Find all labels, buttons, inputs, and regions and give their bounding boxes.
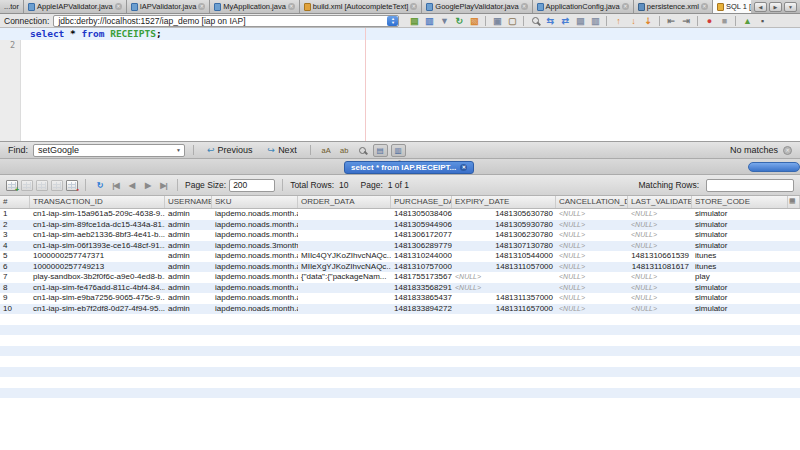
find-input[interactable]: setGoogle ▼	[33, 144, 185, 157]
editor-tab[interactable]: GooglePlayValidator.java✕	[422, 0, 532, 13]
sync-icon[interactable]: ⇄	[558, 15, 572, 27]
match-case-icon[interactable]: aA	[319, 144, 334, 157]
table-cell: <NULL>	[452, 272, 556, 283]
import-data-icon[interactable]: ▥	[588, 15, 602, 27]
empty-table-row[interactable]	[0, 346, 800, 357]
empty-table-row[interactable]	[0, 314, 800, 325]
find-next-button[interactable]: ↪ Next	[263, 145, 302, 155]
editor-tab[interactable]: persistence.xml✕	[634, 0, 713, 13]
close-tab-icon[interactable]: ✕	[198, 3, 205, 10]
table-row[interactable]: 9cn1-iap-sim-e9ba7256-9065-475c-9...admi…	[0, 293, 800, 304]
column-header[interactable]: SKU	[212, 196, 298, 208]
upload-icon[interactable]: ↑	[611, 15, 625, 27]
table-row[interactable]: 8cn1-iap-sim-fe476add-811c-4bf4-84...adm…	[0, 283, 800, 294]
editor-tab[interactable]: ...tor	[0, 0, 24, 13]
empty-table-row[interactable]	[0, 388, 800, 399]
stop-macro-icon[interactable]: ■	[717, 15, 731, 27]
empty-table-row[interactable]	[0, 325, 800, 336]
tab-list-icon[interactable]: ▼	[784, 2, 797, 12]
column-header[interactable]: PURCHASE_DATE	[391, 196, 452, 208]
table-cell	[298, 241, 391, 252]
deploy-icon[interactable]: ⇣	[641, 15, 655, 27]
close-tab-icon[interactable]: ✕	[622, 3, 629, 10]
empty-table-row[interactable]	[0, 356, 800, 367]
column-header[interactable]: USERNAME	[165, 196, 212, 208]
table-row[interactable]: 61000000257749213adminiapdemo.noads.mont…	[0, 262, 800, 273]
page-size-input[interactable]	[229, 179, 275, 192]
chevron-down-icon[interactable]: ▼	[176, 147, 184, 153]
history-icon[interactable]: ↻	[452, 15, 466, 27]
column-picker-icon[interactable]: ▦	[788, 196, 800, 208]
close-tab-icon[interactable]: ✕	[521, 3, 528, 10]
horizontal-scrollbar-thumb[interactable]	[748, 162, 800, 172]
new-file-icon[interactable]: ▤	[407, 15, 421, 27]
matching-rows-input[interactable]	[706, 179, 794, 192]
table-row[interactable]: 3cn1-iap-sim-aeb21336-8bf3-4e41-b...admi…	[0, 230, 800, 241]
empty-table-row[interactable]	[0, 367, 800, 378]
record-macro-icon[interactable]: ●	[702, 15, 716, 27]
shift-left-icon[interactable]: ⇤	[664, 15, 678, 27]
close-tab-icon[interactable]: ✕	[410, 3, 417, 10]
sql-editor[interactable]: 12 select * from RECEIPTS;	[0, 28, 800, 141]
close-result-tab-icon[interactable]: ✕	[460, 164, 467, 171]
first-page-icon[interactable]: |◀	[109, 179, 122, 191]
empty-table-row[interactable]	[0, 335, 800, 346]
column-header[interactable]: LAST_VALIDATED	[628, 196, 692, 208]
dropdown-stepper-icon[interactable]: ▲▼	[387, 16, 398, 26]
find-previous-button[interactable]: ↩ Previous	[202, 145, 258, 155]
column-header[interactable]: EXPIRY_DATE	[452, 196, 556, 208]
table-row[interactable]: 4cn1-iap-sim-06f1393e-ce16-48cf-91...adm…	[0, 241, 800, 252]
code-area[interactable]: select * from RECEIPTS;	[22, 28, 800, 141]
column-header[interactable]: TRANSACTION_ID	[30, 196, 165, 208]
close-tab-icon[interactable]: ✕	[115, 3, 122, 10]
swap-connection-icon[interactable]: ⇆	[543, 15, 557, 27]
clone-window-icon[interactable]: ▣	[490, 15, 504, 27]
close-tab-icon[interactable]: ✕	[701, 3, 708, 10]
last-page-icon[interactable]: ▶|	[157, 179, 170, 191]
search-icon[interactable]	[528, 15, 542, 27]
toolbar-separator	[85, 179, 86, 191]
empty-table-row[interactable]	[0, 398, 800, 409]
editor-tab[interactable]: MyApplication.java✕	[210, 0, 300, 13]
editor-tab[interactable]: IAPValidator.java✕	[127, 0, 211, 13]
refresh-icon[interactable]: ↻	[93, 179, 106, 191]
column-header[interactable]: ORDER_DATA	[298, 196, 391, 208]
download-icon[interactable]: ↓	[626, 15, 640, 27]
run-icon[interactable]: ▲	[740, 15, 754, 27]
filter-icon[interactable]: ▼	[437, 15, 451, 27]
window-dropdown-icon[interactable]: ▢	[505, 15, 519, 27]
insert-record-icon[interactable]: +	[6, 180, 18, 191]
regex-search-icon[interactable]	[355, 144, 370, 157]
attach-icon[interactable]: ▪	[755, 15, 769, 27]
highlight-results-icon[interactable]: ▤	[373, 144, 388, 157]
export-file-icon[interactable]: ▧	[467, 15, 481, 27]
open-file-icon[interactable]: ▥	[422, 15, 436, 27]
column-header[interactable]: STORE_CODE	[692, 196, 788, 208]
close-tab-icon[interactable]: ✕	[288, 3, 295, 10]
result-tab[interactable]: select * from IAP.RECEIPT... ✕	[344, 161, 474, 174]
tab-controls: ◀▶▼	[751, 0, 800, 14]
editor-tab[interactable]: build.xml [AutocompleteText]✕	[300, 0, 422, 13]
wrap-search-icon[interactable]: ▥	[391, 144, 406, 157]
table-row[interactable]: 51000000257747371adminiapdemo.noads.mont…	[0, 251, 800, 262]
scroll-tabs-left-icon[interactable]: ◀	[754, 2, 767, 12]
scroll-tabs-right-icon[interactable]: ▶	[769, 2, 782, 12]
column-header[interactable]: CANCELLATION_DATE	[556, 196, 628, 208]
export-data-icon[interactable]: ▤	[573, 15, 587, 27]
table-row[interactable]: 2cn1-iap-sim-89fce1da-dc15-434a-81...adm…	[0, 220, 800, 231]
close-findbar-icon[interactable]: ✕	[783, 146, 792, 155]
matching-rows-label: Matching Rows:	[639, 180, 699, 190]
table-row[interactable]: 1cn1-iap-sim-15a961a5-209c-4638-9...admi…	[0, 209, 800, 220]
shift-right-icon[interactable]: ⇥	[679, 15, 693, 27]
next-page-icon[interactable]: ▶	[141, 179, 154, 191]
column-header[interactable]: #	[0, 196, 30, 208]
editor-tab[interactable]: AppleIAPValidator.java✕	[24, 0, 127, 13]
table-row[interactable]: 10cn1-iap-sim-eb7f2df8-0d27-4f94-95...ad…	[0, 304, 800, 315]
empty-table-row[interactable]	[0, 377, 800, 388]
prev-page-icon[interactable]: ◀	[125, 179, 138, 191]
editor-tab[interactable]: ApplicationConfig.java✕	[533, 0, 634, 13]
truncate-table-icon[interactable]: ▪	[66, 180, 78, 191]
connection-select[interactable]: jdbc:derby://localhost:1527/iap_demo [ia…	[53, 15, 399, 27]
table-row[interactable]: 7play-sandbox-3b2f0f6c-a9e0-4ed8-b...adm…	[0, 272, 800, 283]
whole-words-icon[interactable]: ab	[337, 144, 352, 157]
